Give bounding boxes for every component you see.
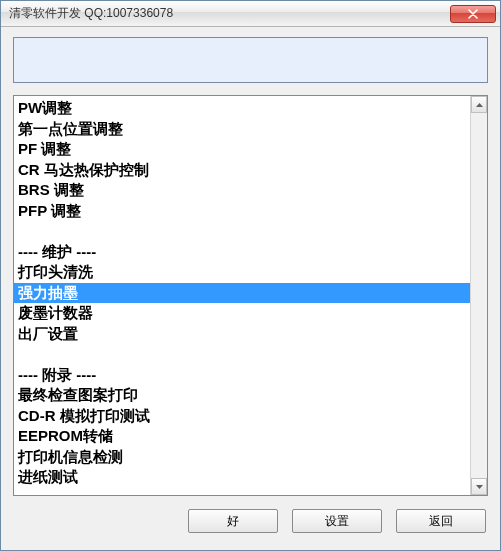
list-item[interactable] [14,221,470,242]
scroll-track[interactable] [471,113,487,478]
client-area: PW调整第一点位置调整PF 调整CR 马达热保护控制BRS 调整PFP 调整--… [1,27,500,550]
list-item[interactable]: 最终检查图案打印 [14,385,470,406]
list-item[interactable]: 废墨计数器 [14,303,470,324]
close-button[interactable] [450,5,496,23]
vertical-scrollbar[interactable] [470,96,487,495]
info-panel [13,37,488,83]
scroll-down-button[interactable] [471,478,487,495]
app-window: 清零软件开发 QQ:1007336078 PW调整第一点位置调整PF 调整CR … [0,0,501,551]
list-item[interactable]: 进纸测试 [14,467,470,488]
list-container: PW调整第一点位置调整PF 调整CR 马达热保护控制BRS 调整PFP 调整--… [13,95,488,496]
list-item[interactable]: 强力抽墨 [14,283,470,304]
list-item[interactable]: ---- 附录 ---- [14,365,470,386]
settings-button[interactable]: 设置 [292,509,382,533]
list-item[interactable]: 打印机信息检测 [14,447,470,468]
list-item[interactable]: PW调整 [14,98,470,119]
list-item[interactable]: EEPROM转储 [14,426,470,447]
list-item[interactable]: 出厂设置 [14,324,470,345]
ok-button[interactable]: 好 [188,509,278,533]
back-button[interactable]: 返回 [396,509,486,533]
list-item[interactable]: CR 马达热保护控制 [14,160,470,181]
button-row: 好 设置 返回 [13,504,488,538]
list-item[interactable]: ---- 维护 ---- [14,242,470,263]
list-item[interactable]: 打印头清洗 [14,262,470,283]
close-icon [468,9,478,19]
list-item[interactable]: 第一点位置调整 [14,119,470,140]
list-item[interactable]: PF 调整 [14,139,470,160]
window-title: 清零软件开发 QQ:1007336078 [9,5,450,22]
list-item[interactable]: BRS 调整 [14,180,470,201]
list-item[interactable] [14,344,470,365]
chevron-up-icon [476,103,483,107]
chevron-down-icon [476,485,483,489]
titlebar: 清零软件开发 QQ:1007336078 [1,1,500,27]
list-item[interactable]: PFP 调整 [14,201,470,222]
scroll-up-button[interactable] [471,96,487,113]
list-item[interactable]: CD-R 模拟打印测试 [14,406,470,427]
listbox[interactable]: PW调整第一点位置调整PF 调整CR 马达热保护控制BRS 调整PFP 调整--… [14,96,470,495]
